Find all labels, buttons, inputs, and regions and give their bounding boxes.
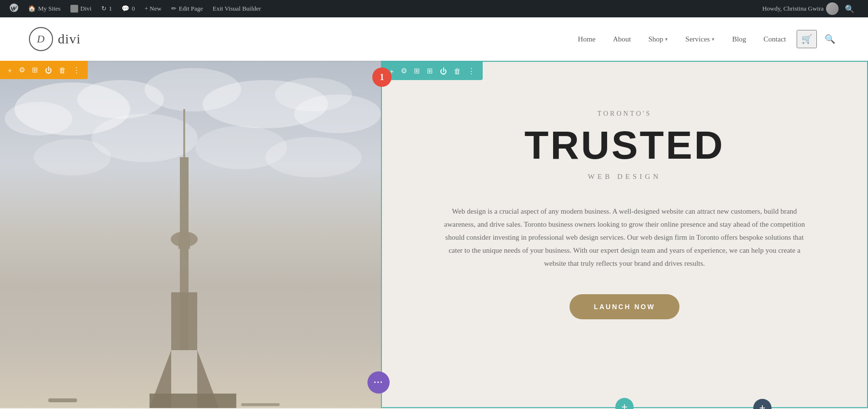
nav-about[interactable]: About <box>606 31 638 47</box>
nav-search-button[interactable]: 🔍 <box>821 31 839 47</box>
duplicate-button[interactable]: ⊞ <box>29 64 41 76</box>
right-column: + ⚙ ⊞ ⊞ ⏻ 🗑 ⋮ 1 TORONTO'S TRUSTED WEB DE… <box>381 61 868 408</box>
nav-blog[interactable]: Blog <box>725 31 753 47</box>
nav-shop[interactable]: Shop ▾ <box>641 31 675 47</box>
wp-logo-item[interactable] <box>5 0 23 17</box>
pre-heading: TORONTO'S <box>411 110 838 118</box>
pencil-icon: ✏ <box>171 5 176 13</box>
admin-bar-right: Howdy, Christina Gwira 🔍 <box>758 2 863 15</box>
divi-item[interactable]: Divi <box>66 0 96 17</box>
right-columns-button[interactable]: ⊞ <box>424 65 436 77</box>
body-text: Web design is a crucial aspect of any mo… <box>441 205 808 270</box>
nav-contact[interactable]: Contact <box>757 31 793 47</box>
main-heading: TRUSTED <box>411 125 838 165</box>
main-content: + ⚙ ⊞ ⏻ 🗑 ⋮ + ⚙ ⊞ ⊞ ⏻ 🗑 ⋮ 1 TORONTO'S TR… <box>0 61 868 408</box>
right-delete-button[interactable]: 🗑 <box>451 65 464 77</box>
updates-icon: ↻ <box>101 5 107 13</box>
right-section-toolbar: + ⚙ ⊞ ⊞ ⏻ 🗑 ⋮ <box>382 62 483 80</box>
section-number-badge: 1 <box>372 68 392 87</box>
site-nav: Home About Shop ▾ Services ▾ Blog Contac… <box>571 30 839 48</box>
site-logo[interactable]: D divi <box>29 27 81 51</box>
my-sites-item[interactable]: 🏠 My Sites <box>23 0 66 17</box>
sites-icon: 🏠 <box>28 5 36 13</box>
wp-icon <box>10 3 18 14</box>
right-toggle-button[interactable]: ⏻ <box>437 65 450 77</box>
right-more-button[interactable]: ⋮ <box>465 65 478 77</box>
services-chevron-icon: ▾ <box>712 36 715 42</box>
purple-more-button[interactable]: ··· <box>367 371 390 394</box>
nav-services[interactable]: Services ▾ <box>678 31 721 47</box>
admin-bar: 🏠 My Sites Divi ↻ 1 💬 0 + New ✏ Edit Pag… <box>0 0 868 17</box>
hero-content: TORONTO'S TRUSTED WEB DESIGN Web design … <box>382 62 867 348</box>
left-section-toolbar: + ⚙ ⊞ ⏻ 🗑 ⋮ <box>0 61 88 79</box>
sub-heading: WEB DESIGN <box>411 173 838 181</box>
updates-item[interactable]: ↻ 1 <box>96 0 117 17</box>
comments-item[interactable]: 💬 0 <box>117 0 140 17</box>
more-options-button[interactable]: ⋮ <box>70 64 83 76</box>
admin-search-button[interactable]: 🔍 <box>841 4 858 14</box>
exit-vb-item[interactable]: Exit Visual Builder <box>208 0 266 17</box>
right-duplicate-button[interactable]: ⊞ <box>411 65 423 77</box>
launch-now-button[interactable]: LAUNCH NOW <box>570 294 679 319</box>
add-section-below-button[interactable]: + <box>615 398 634 409</box>
user-avatar <box>826 2 839 15</box>
comments-icon: 💬 <box>122 5 129 13</box>
toggle-button[interactable]: ⏻ <box>42 64 55 76</box>
settings-button[interactable]: ⚙ <box>16 64 28 76</box>
edit-page-item[interactable]: ✏ Edit Page <box>166 0 208 17</box>
nav-home[interactable]: Home <box>571 31 602 47</box>
right-settings-button[interactable]: ⚙ <box>398 65 410 77</box>
left-column: + ⚙ ⊞ ⏻ 🗑 ⋮ <box>0 61 381 408</box>
divi-icon <box>70 5 78 13</box>
logo-circle: D <box>29 27 53 51</box>
add-section-button[interactable]: + <box>5 64 15 76</box>
shop-chevron-icon: ▾ <box>665 36 668 42</box>
site-header: D divi Home About Shop ▾ Services ▾ Blog… <box>0 17 868 61</box>
cart-button[interactable]: 🛒 <box>797 30 817 48</box>
delete-button[interactable]: 🗑 <box>56 64 69 76</box>
new-item[interactable]: + New <box>140 0 166 17</box>
